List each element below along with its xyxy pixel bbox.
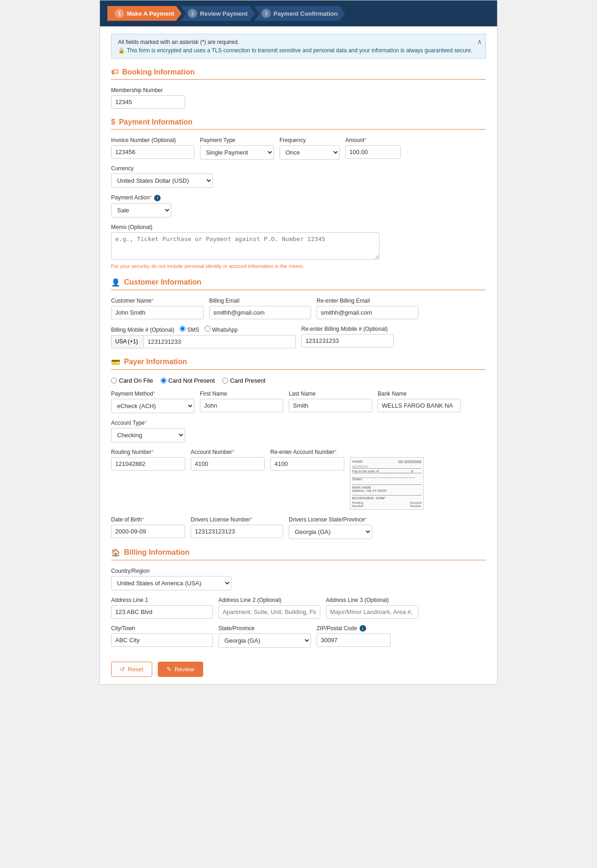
progress-bar: 1 Make A Payment 2 Review Payment 3 Paym… <box>100 0 497 26</box>
step-3[interactable]: 3 Payment Confirmation <box>255 6 345 21</box>
customer-icon: 👤 <box>111 278 120 287</box>
payer-first-name-input[interactable] <box>200 399 283 412</box>
re-mobile-input[interactable] <box>301 334 394 347</box>
billing-email-label: Billing Email <box>209 298 311 304</box>
card-present-label[interactable]: Card Present <box>222 377 266 384</box>
billing-row-city: City/Town State/Province Georgia (GA) ZI… <box>111 625 486 648</box>
addr2-label: Address Line 2 (Optional) <box>218 597 320 603</box>
mobile-input[interactable] <box>143 335 296 348</box>
addr2-input[interactable] <box>218 605 320 619</box>
addr1-input[interactable] <box>111 605 213 619</box>
card-on-file-radio[interactable] <box>111 378 117 384</box>
re-account-num-input[interactable] <box>270 457 344 471</box>
dl-input[interactable] <box>191 525 283 538</box>
payer-radio-group: Card On File Card Not Present Card Prese… <box>111 377 486 384</box>
dollar-icon: $ <box>111 118 115 126</box>
payment-action-info-icon[interactable]: i <box>154 195 161 201</box>
card-on-file-label[interactable]: Card On File <box>111 377 153 384</box>
reset-icon: ↺ <box>120 666 125 673</box>
check-diagram-label <box>350 449 424 455</box>
payment-type-select[interactable]: Single Payment <box>200 145 274 160</box>
payer-last-name-input[interactable] <box>289 399 372 412</box>
mobile-group: Billing Mobile # (Optional) SMS WhatsApp… <box>111 326 296 348</box>
amount-input[interactable] <box>345 145 401 159</box>
card-present-radio[interactable] <box>222 378 228 384</box>
zip-info-icon[interactable]: i <box>360 625 366 632</box>
state-group: State/Province Georgia (GA) <box>218 625 311 648</box>
step-2-num: 2 <box>188 9 197 18</box>
account-type-label: Account Type* <box>111 420 185 426</box>
booking-section-title: Booking Information <box>122 68 194 76</box>
billing-section-header: 🏠 Billing Information <box>111 548 486 560</box>
bank-name-label: Bank Name <box>378 391 461 397</box>
customer-name-input[interactable] <box>111 306 204 319</box>
billing-email-group: Billing Email <box>209 298 311 319</box>
sms-radio-label[interactable]: SMS <box>180 327 199 333</box>
card-not-present-label[interactable]: Card Not Present <box>161 377 215 384</box>
step-2[interactable]: 2 Review Payment <box>181 6 255 21</box>
step-1-label: Make A Payment <box>127 10 174 17</box>
security-note: This form is encrypted and uses a TLS co… <box>127 47 473 54</box>
membership-number-input[interactable] <box>111 95 185 109</box>
frequency-select[interactable]: Once <box>280 145 340 160</box>
review-label: Review <box>174 666 194 673</box>
addr3-group: Address Line 3 (Optional) <box>326 597 418 619</box>
payer-row-1: Payment Method* eCheck (ACH) First Name … <box>111 391 486 413</box>
card-not-present-radio[interactable] <box>161 378 167 384</box>
dob-input[interactable] <box>111 525 185 538</box>
booking-row: Membership Number <box>111 87 486 109</box>
collapse-button[interactable]: ∧ <box>477 38 482 45</box>
reset-label: Reset <box>128 666 143 673</box>
invoice-input[interactable] <box>111 145 194 159</box>
booking-icon: 🏷 <box>111 68 118 76</box>
customer-section-header: 👤 Customer Information <box>111 278 486 290</box>
booking-section-header: 🏷 Booking Information <box>111 68 486 80</box>
zip-input[interactable] <box>317 633 391 647</box>
memo-security-note: For your security, do not include person… <box>111 263 379 269</box>
step-2-label: Review Payment <box>200 10 248 17</box>
sms-radio[interactable] <box>180 326 186 332</box>
account-num-input[interactable] <box>191 457 265 471</box>
re-email-input[interactable] <box>317 306 418 319</box>
bank-name-group: Bank Name <box>378 391 461 413</box>
whatsapp-radio-label[interactable]: WhatsApp <box>205 327 238 333</box>
account-type-select[interactable]: Checking Savings <box>111 428 185 442</box>
membership-number-label: Membership Number <box>111 87 185 93</box>
lock-icon: 🔒 <box>118 47 125 54</box>
review-button[interactable]: ✎ Review <box>158 662 203 677</box>
re-mobile-group: Re-enter Billing Mobile # (Optional) <box>301 326 486 347</box>
payment-row-2: Payment Action* i Sale <box>111 194 486 217</box>
check-diagram: NAME 00-000/0000 ADDRESS Pay to the orde… <box>350 457 424 510</box>
step-1[interactable]: 1 Make A Payment <box>107 6 181 21</box>
dl-label: Drivers License Number* <box>191 516 283 523</box>
mobile-label: Billing Mobile # (Optional) SMS WhatsApp <box>111 326 296 333</box>
customer-row-1: Customer Name* Billing Email Re-enter Bi… <box>111 298 486 319</box>
card-not-present-text: Card Not Present <box>168 377 215 384</box>
payment-method-select[interactable]: eCheck (ACH) <box>111 399 194 413</box>
state-select[interactable]: Georgia (GA) <box>218 633 311 648</box>
payment-action-select[interactable]: Sale <box>111 203 171 217</box>
reset-button[interactable]: ↺ Reset <box>111 662 152 677</box>
routing-input[interactable] <box>111 457 185 471</box>
payer-first-name-group: First Name <box>200 391 283 413</box>
city-input[interactable] <box>111 633 213 647</box>
dl-state-select[interactable]: Georgia (GA) <box>289 525 372 539</box>
whatsapp-radio[interactable] <box>205 326 211 332</box>
country-select[interactable]: United States of America (USA) <box>111 576 231 590</box>
memo-group: Memo (Optional) For your security, do no… <box>111 224 379 269</box>
form-buttons: ↺ Reset ✎ Review <box>111 657 486 677</box>
addr3-input[interactable] <box>326 605 418 619</box>
payer-first-name-label: First Name <box>200 391 283 397</box>
currency-select[interactable]: United States Dollar (USD) <box>111 174 213 188</box>
billing-email-input[interactable] <box>209 306 311 319</box>
re-email-group: Re-enter Billing Email <box>317 298 418 319</box>
addr3-label: Address Line 3 (Optional) <box>326 597 418 603</box>
currency-group: Currency United States Dollar (USD) <box>111 165 213 188</box>
invoice-label: Invoice Number (Optional) <box>111 137 194 143</box>
bank-name-input[interactable] <box>378 399 461 412</box>
re-account-num-label: Re-enter Account Number* <box>270 449 344 455</box>
payer-row-4: Date of Birth* Drivers License Number* D… <box>111 516 486 539</box>
memo-textarea[interactable] <box>111 232 379 260</box>
amount-label: Amount* <box>345 137 401 143</box>
billing-icon: 🏠 <box>111 548 120 557</box>
